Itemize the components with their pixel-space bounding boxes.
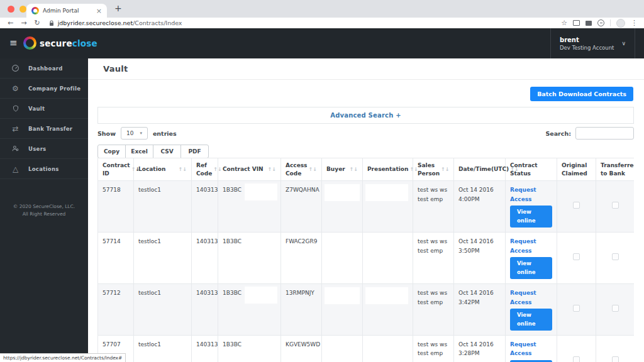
browser-menu-icon[interactable]: ⋮ bbox=[631, 19, 638, 26]
bookmark-star-icon[interactable]: ☆ bbox=[561, 19, 567, 26]
redaction-overlay bbox=[245, 184, 277, 200]
column-header[interactable]: Contract ID ↑↓ bbox=[98, 158, 134, 181]
column-label: Sales Person bbox=[418, 162, 440, 177]
csv-button[interactable]: CSV bbox=[153, 145, 181, 158]
column-header[interactable]: Presentation ↑↓ bbox=[363, 158, 413, 181]
cell-contract-id: 57714 bbox=[98, 233, 134, 284]
page-title-bar: Vault bbox=[88, 58, 644, 80]
column-header[interactable]: Contract VIN ↑↓ bbox=[218, 158, 281, 181]
request-access-link[interactable]: Request Access bbox=[510, 185, 552, 204]
sort-icon[interactable]: ↑↓ bbox=[441, 165, 449, 173]
search-label: Search: bbox=[545, 130, 571, 137]
new-tab-button[interactable]: + bbox=[114, 3, 122, 13]
column-header[interactable]: Ref Code ↑↓ bbox=[192, 158, 218, 181]
copy-button[interactable]: Copy bbox=[97, 145, 126, 158]
original-claimed-checkbox[interactable] bbox=[573, 202, 580, 209]
sidebar-item-locations[interactable]: △ Locations bbox=[0, 159, 88, 179]
sort-icon[interactable]: ↑↓ bbox=[268, 165, 276, 173]
request-access-link[interactable]: Request Access bbox=[510, 340, 552, 358]
cell-ref-code: 140313 bbox=[192, 233, 218, 284]
cell-contract-vin: 1B3BC bbox=[218, 336, 281, 362]
sidebar-item-dashboard[interactable]: Dashboard bbox=[0, 58, 88, 79]
user-account-menu[interactable]: brent Dev Testing Account ∨ bbox=[550, 28, 635, 58]
original-claimed-checkbox[interactable] bbox=[573, 253, 580, 260]
pdf-button[interactable]: PDF bbox=[180, 145, 209, 158]
export-button-group: Copy Excel CSV PDF bbox=[97, 145, 209, 158]
view-online-button[interactable]: View online bbox=[510, 206, 552, 228]
sort-icon[interactable]: ↑↓ bbox=[350, 165, 358, 173]
sort-icon[interactable]: ↑↓ bbox=[309, 165, 317, 173]
redaction-overlay bbox=[365, 184, 408, 201]
back-icon[interactable]: ← bbox=[8, 19, 13, 26]
sort-icon[interactable]: ↑↓ bbox=[179, 165, 187, 173]
cell-presentation bbox=[363, 181, 413, 233]
sort-icon[interactable]: ↑↓ bbox=[213, 165, 221, 173]
hamburger-menu-icon[interactable]: ≡ bbox=[9, 38, 18, 48]
column-header[interactable]: Sales Person ↑↓ bbox=[413, 158, 454, 181]
sidebar-item-bank-transfer[interactable]: ⇄ Bank Transfer bbox=[0, 119, 88, 139]
column-label: Date/Time(UTC) bbox=[458, 165, 509, 173]
browser-address-bar: ← → ↻ jdbyrider.secureclose.net/Contract… bbox=[0, 18, 644, 29]
extension-icon[interactable] bbox=[586, 21, 592, 26]
cell-original-claimed bbox=[557, 181, 596, 233]
minimize-window-button[interactable] bbox=[19, 6, 26, 13]
tab-close-icon[interactable]: × bbox=[96, 8, 102, 14]
original-claimed-checkbox[interactable] bbox=[573, 305, 580, 312]
sidebar-item-users[interactable]: Users bbox=[0, 139, 88, 159]
cell-buyer bbox=[322, 181, 363, 233]
column-header[interactable]: Buyer ↑↓ bbox=[322, 158, 363, 181]
excel-button[interactable]: Excel bbox=[125, 145, 153, 158]
column-header[interactable]: Location ↑↓ bbox=[134, 158, 192, 181]
view-online-button[interactable]: View online bbox=[510, 257, 552, 279]
transferred-to-bank-checkbox[interactable] bbox=[612, 202, 619, 209]
sort-icon[interactable]: ↑↓ bbox=[409, 165, 418, 173]
table-body: 57718 testloc1 140313 1B3BC Z7WQAHNA tes… bbox=[98, 181, 635, 362]
browser-profile-avatar[interactable] bbox=[616, 19, 625, 28]
extension-icon[interactable] bbox=[597, 19, 604, 26]
reload-icon[interactable]: ↻ bbox=[34, 19, 40, 26]
extension-icon[interactable] bbox=[573, 20, 580, 26]
cell-location: testloc1 bbox=[134, 336, 192, 362]
logo-text: secureclose bbox=[40, 38, 97, 48]
column-header[interactable]: Access Code ↑↓ bbox=[281, 158, 322, 181]
cell-datetime: Oct 14 20164:00PM bbox=[454, 181, 506, 233]
cell-location: testloc1 bbox=[134, 284, 192, 336]
secureclose-logo: secureclose bbox=[23, 36, 97, 50]
column-label: Transferred to Bank bbox=[601, 162, 634, 177]
entries-select[interactable]: 10 ▾ bbox=[121, 127, 148, 140]
sidebar-item-vault[interactable]: Vault bbox=[0, 99, 88, 119]
forward-icon[interactable]: → bbox=[21, 19, 26, 26]
cell-contract-id: 57712 bbox=[98, 284, 134, 336]
original-claimed-checkbox[interactable] bbox=[573, 356, 580, 362]
show-label: Show bbox=[97, 130, 116, 137]
sidebar-item-company-profile[interactable]: ⚙ Company Profile bbox=[0, 79, 88, 99]
cell-access-code: FWAC2GR9 bbox=[281, 233, 322, 284]
column-header[interactable]: Original Claimed bbox=[557, 158, 596, 181]
cell-contract-status: Request Access View online bbox=[506, 284, 557, 336]
advanced-search-toggle[interactable]: Advanced Search + bbox=[330, 112, 401, 119]
column-header[interactable]: Date/Time(UTC) ↑↓ bbox=[454, 158, 506, 181]
batch-download-contracts-button[interactable]: Batch Download Contracts bbox=[530, 87, 633, 101]
close-window-button[interactable] bbox=[8, 6, 14, 13]
advanced-search-panel[interactable]: Advanced Search + bbox=[97, 107, 634, 124]
cell-access-code: Z7WQAHNA bbox=[281, 181, 322, 233]
user-name: brent bbox=[560, 36, 614, 43]
transferred-to-bank-checkbox[interactable] bbox=[612, 305, 619, 312]
search-input[interactable] bbox=[575, 127, 634, 140]
request-access-link[interactable]: Request Access bbox=[510, 288, 552, 307]
request-access-link[interactable]: Request Access bbox=[510, 237, 552, 255]
cell-original-claimed bbox=[557, 284, 596, 336]
column-header[interactable]: Transferred to Bank bbox=[596, 158, 635, 181]
transferred-to-bank-checkbox[interactable] bbox=[612, 253, 619, 260]
url-text[interactable]: jdbyrider.secureclose.net/Contracts/Inde… bbox=[58, 19, 182, 26]
contracts-table: Contract ID ↑↓ Location ↑↓ Ref Code ↑↓ C… bbox=[97, 158, 634, 362]
view-online-button[interactable]: View online bbox=[510, 309, 552, 331]
cell-contract-vin: 1B3BC bbox=[218, 233, 281, 284]
cell-contract-status: Request Access View online bbox=[506, 181, 557, 233]
column-label: Buyer bbox=[326, 165, 345, 173]
transferred-to-bank-checkbox[interactable] bbox=[612, 356, 619, 362]
column-label: Access Code bbox=[286, 162, 308, 177]
browser-tab[interactable]: Admin Portal × bbox=[26, 4, 107, 18]
select-caret-icon: ▾ bbox=[140, 131, 142, 136]
column-header[interactable]: Contract Status bbox=[506, 158, 557, 181]
